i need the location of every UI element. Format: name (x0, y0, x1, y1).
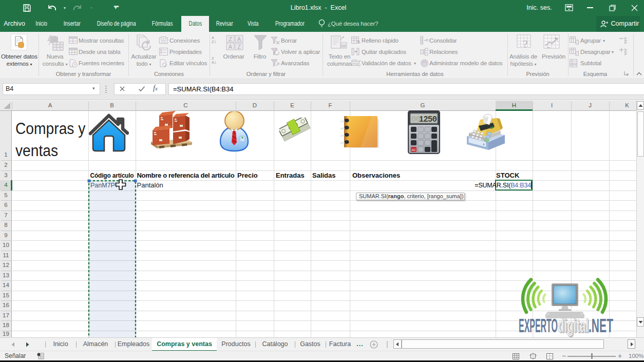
svg-text:AC: AC (411, 148, 416, 151)
svg-text:EXPERTO: EXPERTO (519, 315, 558, 336)
svg-text:1250: 1250 (419, 115, 437, 124)
svg-text:?: ? (523, 37, 528, 50)
svg-text:A: A (229, 44, 233, 50)
svg-text:Z: Z (229, 36, 232, 42)
svg-text:88: 88 (342, 44, 346, 48)
svg-text:00: 00 (411, 115, 421, 124)
svg-text:.NET: .NET (589, 315, 613, 336)
svg-text:digital: digital (558, 315, 589, 336)
svg-text:Z: Z (237, 44, 241, 50)
svg-text:A: A (237, 36, 241, 42)
